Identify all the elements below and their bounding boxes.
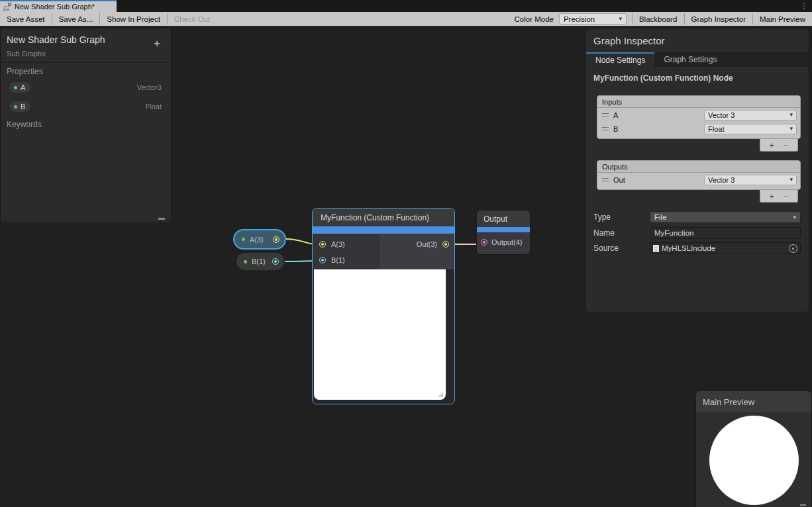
inputs-list-footer: + − [760, 139, 798, 152]
keywords-section-label: Keywords [7, 120, 42, 129]
port-vector3-icon[interactable] [442, 241, 449, 248]
inspector-title: Graph Inspector [593, 35, 665, 46]
preview-sphere[interactable] [709, 416, 799, 505]
inputs-row-b[interactable]: B Float ▾ [597, 122, 800, 136]
tab-title: New Shader Sub Graph* [15, 3, 95, 11]
port-vector3-icon[interactable] [273, 236, 279, 243]
graph-inspector-panel: Graph Inspector Node Settings Graph Sett… [585, 28, 809, 312]
property-row-b: B Float [9, 101, 162, 113]
color-mode-label: Color Mode [509, 12, 559, 26]
check-out-button: Check Out [168, 12, 217, 26]
file-asset-icon [653, 245, 659, 252]
drag-handle-icon[interactable] [602, 113, 609, 116]
outputs-row-out[interactable]: Out Vector 3 ▾ [597, 173, 800, 187]
exposed-dot-icon [14, 105, 17, 109]
property-pill-a[interactable]: A [9, 81, 31, 93]
property-node-a[interactable]: A(3) [233, 229, 286, 250]
property-type-label: Float [146, 103, 162, 111]
main-preview-title[interactable]: Main Preview [696, 391, 811, 412]
property-type-label: Vector3 [137, 83, 162, 91]
property-pill-b[interactable]: B [9, 101, 31, 113]
add-input-button[interactable]: + [769, 141, 774, 150]
node-output-slots: Out(3) [380, 234, 454, 269]
output-slot-final[interactable]: Output(4) [477, 234, 530, 250]
property-node-label: A(3) [250, 236, 268, 244]
input-slot-a[interactable]: A(3) [313, 236, 380, 252]
drag-handle-icon[interactable] [602, 127, 609, 130]
exposed-dot-icon [14, 86, 17, 89]
exposed-dot-icon [242, 238, 245, 241]
precision-color-bar [313, 226, 454, 234]
tab-graph-settings[interactable]: Graph Settings [654, 52, 726, 67]
window-menu-icon[interactable]: ⋮ [800, 1, 808, 11]
chevron-down-icon: ▾ [793, 214, 796, 220]
input-b-type-dropdown[interactable]: Float ▾ [704, 124, 797, 134]
blackboard-toggle-button[interactable]: Blackboard [633, 12, 684, 26]
shader-graph-toolbar: Save Asset Save As... Show In Project Ch… [0, 12, 812, 26]
remove-output-button: − [784, 192, 789, 201]
blackboard-resize-handle[interactable] [158, 218, 165, 220]
add-output-button[interactable]: + [769, 192, 774, 201]
graph-canvas[interactable]: A(3) B(1) MyFunction (Custom Function) A… [0, 26, 812, 507]
color-mode-dropdown[interactable]: Precision ▾ [559, 13, 627, 24]
node-title[interactable]: MyFunction (Custom Function) [313, 208, 454, 226]
object-picker-icon[interactable] [789, 244, 797, 253]
add-property-button[interactable]: + [151, 38, 163, 50]
chevron-down-icon: ▾ [789, 126, 793, 132]
drag-handle-icon[interactable] [602, 178, 609, 181]
preview-resize-grip[interactable] [438, 392, 443, 397]
output-slot-out[interactable]: Out(3) [380, 236, 454, 252]
property-node-label: B(1) [252, 257, 268, 265]
precision-color-bar [477, 227, 530, 232]
blackboard-subtitle: Sub Graphs [7, 50, 46, 58]
window-tab-bar: New Shader Sub Graph* ⋮ [0, 0, 812, 12]
property-node-b[interactable]: B(1) [236, 252, 285, 271]
tab-node-settings[interactable]: Node Settings [586, 52, 654, 67]
inspector-tab-strip: Node Settings Graph Settings [586, 52, 809, 67]
type-label: Type [593, 212, 611, 222]
selected-node-heading: MyFunction (Custom Function) Node [593, 73, 733, 83]
show-in-project-button[interactable]: Show In Project [100, 12, 167, 26]
function-type-dropdown[interactable]: File ▾ [650, 211, 801, 223]
blackboard-title: New Shader Sub Graph [7, 34, 105, 45]
source-label: Source [593, 244, 619, 253]
divider [1, 62, 171, 63]
node-output[interactable]: Output Output(4) [476, 210, 531, 255]
input-a-type-dropdown[interactable]: Vector 3 ▾ [704, 110, 797, 120]
color-mode-value: Precision [564, 15, 619, 23]
input-slot-b[interactable]: B(1) [313, 252, 380, 268]
node-preview-area [313, 269, 454, 404]
port-vector3-icon[interactable] [319, 241, 326, 248]
node-preview-image [314, 269, 446, 400]
blackboard-panel: New Shader Sub Graph + Sub Graphs Proper… [0, 28, 172, 223]
save-as-button[interactable]: Save As... [52, 12, 100, 26]
chevron-down-icon: ▾ [789, 112, 793, 118]
inputs-list-header: Inputs [597, 96, 800, 108]
property-row-a: A Vector3 [9, 81, 162, 93]
chevron-down-icon: ▾ [789, 177, 793, 183]
outputs-list-footer: + − [760, 190, 798, 203]
output-out-type-dropdown[interactable]: Vector 3 ▾ [704, 175, 797, 185]
node-input-slots: A(3) B(1) [313, 234, 380, 269]
inputs-list: Inputs A Vector 3 ▾ B Float ▾ [597, 95, 801, 139]
tab-new-shader-sub-graph[interactable]: New Shader Sub Graph* [0, 0, 117, 12]
source-asset-name: MyHLSLInclude [662, 244, 715, 252]
node-myfunction[interactable]: MyFunction (Custom Function) A(3) B(1) O… [312, 208, 455, 404]
name-label: Name [593, 228, 615, 238]
sub-graph-asset-icon [3, 3, 11, 11]
main-preview-toggle-button[interactable]: Main Preview [753, 12, 812, 26]
properties-section-label: Properties [7, 67, 43, 76]
outputs-list: Outputs Out Vector 3 ▾ [597, 160, 801, 190]
function-name-field[interactable]: MyFunction [650, 227, 801, 239]
graph-inspector-toggle-button[interactable]: Graph Inspector [685, 12, 752, 26]
source-object-field[interactable]: MyHLSLInclude [650, 242, 801, 254]
port-float-icon[interactable] [319, 257, 326, 263]
exposed-dot-icon [244, 260, 247, 263]
remove-input-button: − [784, 141, 789, 150]
node-title[interactable]: Output [477, 210, 530, 227]
save-asset-button[interactable]: Save Asset [0, 12, 52, 26]
port-vector4-icon[interactable] [481, 239, 487, 246]
port-float-icon[interactable] [272, 258, 279, 265]
inputs-row-a[interactable]: A Vector 3 ▾ [597, 108, 800, 122]
main-preview-resize-handle[interactable] [800, 504, 806, 506]
